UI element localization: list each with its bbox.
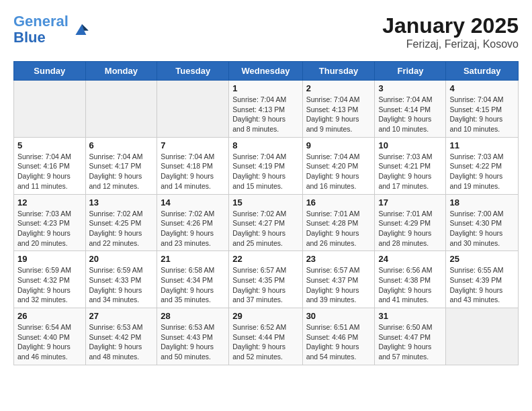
- day-info: Sunrise: 7:04 AM Sunset: 4:14 PM Dayligh…: [378, 95, 442, 134]
- calendar-week-row: 12Sunrise: 7:03 AM Sunset: 4:23 PM Dayli…: [14, 194, 519, 251]
- weekday-header: Wednesday: [229, 62, 302, 81]
- day-info: Sunrise: 6:59 AM Sunset: 4:33 PM Dayligh…: [89, 265, 154, 305]
- calendar-cell: 26Sunrise: 6:54 AM Sunset: 4:40 PM Dayli…: [14, 308, 86, 365]
- day-info: Sunrise: 7:04 AM Sunset: 4:17 PM Dayligh…: [89, 152, 154, 191]
- day-info: Sunrise: 6:55 AM Sunset: 4:39 PM Dayligh…: [449, 265, 515, 305]
- day-info: Sunrise: 7:02 AM Sunset: 4:26 PM Dayligh…: [161, 209, 225, 248]
- calendar-header: SundayMondayTuesdayWednesdayThursdayFrid…: [14, 62, 519, 81]
- calendar-cell: 25Sunrise: 6:55 AM Sunset: 4:39 PM Dayli…: [446, 251, 519, 308]
- day-info: Sunrise: 7:04 AM Sunset: 4:18 PM Dayligh…: [161, 152, 225, 191]
- calendar-cell: 3Sunrise: 7:04 AM Sunset: 4:14 PM Daylig…: [375, 81, 446, 138]
- day-number: 1: [232, 83, 298, 93]
- day-number: 22: [232, 254, 298, 264]
- calendar-cell: [157, 81, 229, 138]
- day-info: Sunrise: 6:59 AM Sunset: 4:32 PM Dayligh…: [17, 265, 82, 305]
- day-number: 4: [449, 83, 515, 93]
- day-number: 24: [378, 254, 442, 264]
- day-info: Sunrise: 6:56 AM Sunset: 4:38 PM Dayligh…: [378, 265, 442, 305]
- weekday-header: Saturday: [446, 62, 519, 81]
- day-info: Sunrise: 7:02 AM Sunset: 4:27 PM Dayligh…: [232, 209, 298, 248]
- day-number: 26: [17, 311, 82, 321]
- calendar-cell: 4Sunrise: 7:04 AM Sunset: 4:15 PM Daylig…: [446, 81, 519, 138]
- day-info: Sunrise: 7:04 AM Sunset: 4:13 PM Dayligh…: [232, 95, 298, 134]
- day-info: Sunrise: 7:04 AM Sunset: 4:19 PM Dayligh…: [232, 152, 298, 191]
- calendar-cell: 10Sunrise: 7:03 AM Sunset: 4:21 PM Dayli…: [375, 137, 446, 194]
- day-info: Sunrise: 6:53 AM Sunset: 4:42 PM Dayligh…: [89, 322, 154, 362]
- location-title: Ferizaj, Ferizaj, Kosovo: [382, 38, 519, 50]
- calendar-body: 1Sunrise: 7:04 AM Sunset: 4:13 PM Daylig…: [14, 81, 519, 365]
- day-number: 2: [306, 83, 371, 93]
- day-number: 14: [161, 197, 225, 208]
- title-block: January 2025 Ferizaj, Ferizaj, Kosovo: [382, 13, 519, 50]
- calendar-cell: 7Sunrise: 7:04 AM Sunset: 4:18 PM Daylig…: [157, 137, 229, 194]
- day-number: 15: [232, 197, 298, 208]
- day-number: 30: [306, 311, 371, 321]
- weekday-header: Friday: [375, 62, 446, 81]
- calendar-cell: 28Sunrise: 6:53 AM Sunset: 4:43 PM Dayli…: [157, 308, 229, 365]
- day-number: 25: [449, 254, 515, 264]
- logo-icon: [71, 19, 93, 40]
- calendar-cell: 5Sunrise: 7:04 AM Sunset: 4:16 PM Daylig…: [14, 137, 86, 194]
- calendar-table: SundayMondayTuesdayWednesdayThursdayFrid…: [13, 61, 519, 365]
- day-info: Sunrise: 7:03 AM Sunset: 4:21 PM Dayligh…: [378, 152, 442, 191]
- day-number: 12: [17, 197, 82, 208]
- weekday-header: Tuesday: [157, 62, 229, 81]
- day-number: 20: [89, 254, 154, 264]
- month-title: January 2025: [382, 13, 519, 38]
- day-number: 31: [378, 311, 442, 321]
- day-number: 28: [161, 311, 225, 321]
- day-number: 19: [17, 254, 82, 264]
- logo-text: GeneralBlue: [13, 13, 69, 46]
- day-number: 3: [378, 83, 442, 93]
- day-number: 7: [161, 140, 225, 150]
- calendar-cell: 16Sunrise: 7:01 AM Sunset: 4:28 PM Dayli…: [302, 194, 375, 251]
- day-number: 18: [449, 197, 515, 208]
- calendar-cell: 19Sunrise: 6:59 AM Sunset: 4:32 PM Dayli…: [14, 251, 86, 308]
- calendar-cell: 21Sunrise: 6:58 AM Sunset: 4:34 PM Dayli…: [157, 251, 229, 308]
- calendar-cell: 24Sunrise: 6:56 AM Sunset: 4:38 PM Dayli…: [375, 251, 446, 308]
- day-info: Sunrise: 6:57 AM Sunset: 4:37 PM Dayligh…: [306, 265, 371, 305]
- calendar-cell: 9Sunrise: 7:04 AM Sunset: 4:20 PM Daylig…: [302, 137, 375, 194]
- calendar-cell: 17Sunrise: 7:01 AM Sunset: 4:29 PM Dayli…: [375, 194, 446, 251]
- day-info: Sunrise: 7:04 AM Sunset: 4:15 PM Dayligh…: [449, 95, 515, 134]
- calendar-cell: 23Sunrise: 6:57 AM Sunset: 4:37 PM Dayli…: [302, 251, 375, 308]
- day-info: Sunrise: 6:58 AM Sunset: 4:34 PM Dayligh…: [161, 265, 225, 305]
- calendar-cell: 18Sunrise: 7:00 AM Sunset: 4:30 PM Dayli…: [446, 194, 519, 251]
- calendar-cell: 30Sunrise: 6:51 AM Sunset: 4:46 PM Dayli…: [302, 308, 375, 365]
- day-number: 23: [306, 254, 371, 264]
- day-number: 9: [306, 140, 371, 150]
- day-number: 10: [378, 140, 442, 150]
- calendar-cell: 20Sunrise: 6:59 AM Sunset: 4:33 PM Dayli…: [85, 251, 157, 308]
- calendar-week-row: 19Sunrise: 6:59 AM Sunset: 4:32 PM Dayli…: [14, 251, 519, 308]
- day-info: Sunrise: 7:01 AM Sunset: 4:28 PM Dayligh…: [306, 209, 371, 248]
- calendar-week-row: 26Sunrise: 6:54 AM Sunset: 4:40 PM Dayli…: [14, 308, 519, 365]
- day-number: 17: [378, 197, 442, 208]
- calendar-week-row: 1Sunrise: 7:04 AM Sunset: 4:13 PM Daylig…: [14, 81, 519, 138]
- day-info: Sunrise: 7:04 AM Sunset: 4:16 PM Dayligh…: [17, 152, 82, 191]
- day-number: 27: [89, 311, 154, 321]
- day-info: Sunrise: 6:57 AM Sunset: 4:35 PM Dayligh…: [232, 265, 298, 305]
- calendar-cell: [14, 81, 86, 138]
- day-info: Sunrise: 7:02 AM Sunset: 4:25 PM Dayligh…: [89, 209, 154, 248]
- day-info: Sunrise: 6:54 AM Sunset: 4:40 PM Dayligh…: [17, 322, 82, 362]
- calendar-cell: 14Sunrise: 7:02 AM Sunset: 4:26 PM Dayli…: [157, 194, 229, 251]
- calendar-cell: 12Sunrise: 7:03 AM Sunset: 4:23 PM Dayli…: [14, 194, 86, 251]
- day-info: Sunrise: 6:51 AM Sunset: 4:46 PM Dayligh…: [306, 322, 371, 362]
- weekday-row: SundayMondayTuesdayWednesdayThursdayFrid…: [14, 62, 519, 81]
- calendar-cell: 2Sunrise: 7:04 AM Sunset: 4:13 PM Daylig…: [302, 81, 375, 138]
- day-number: 16: [306, 197, 371, 208]
- day-number: 13: [89, 197, 154, 208]
- calendar-cell: 15Sunrise: 7:02 AM Sunset: 4:27 PM Dayli…: [229, 194, 302, 251]
- day-number: 5: [17, 140, 82, 150]
- weekday-header: Thursday: [302, 62, 375, 81]
- day-info: Sunrise: 7:01 AM Sunset: 4:29 PM Dayligh…: [378, 209, 442, 248]
- logo: GeneralBlue: [13, 13, 93, 46]
- day-number: 8: [232, 140, 298, 150]
- calendar-cell: 22Sunrise: 6:57 AM Sunset: 4:35 PM Dayli…: [229, 251, 302, 308]
- day-info: Sunrise: 7:00 AM Sunset: 4:30 PM Dayligh…: [449, 209, 515, 248]
- calendar-week-row: 5Sunrise: 7:04 AM Sunset: 4:16 PM Daylig…: [14, 137, 519, 194]
- calendar-cell: 11Sunrise: 7:03 AM Sunset: 4:22 PM Dayli…: [446, 137, 519, 194]
- day-number: 21: [161, 254, 225, 264]
- calendar-cell: 27Sunrise: 6:53 AM Sunset: 4:42 PM Dayli…: [85, 308, 157, 365]
- day-info: Sunrise: 6:52 AM Sunset: 4:44 PM Dayligh…: [232, 322, 298, 362]
